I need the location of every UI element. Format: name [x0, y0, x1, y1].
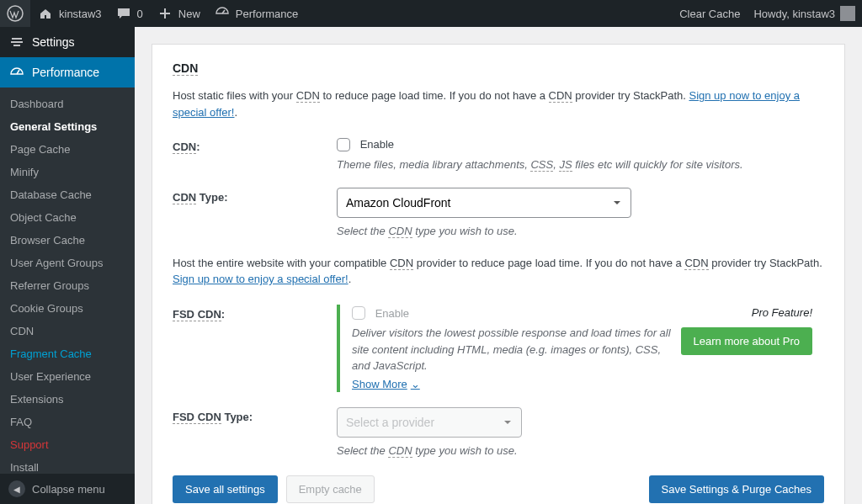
content-area: CDN Host static files with your CDN to r…	[135, 27, 862, 504]
submenu-item[interactable]: Browser Cache	[0, 229, 135, 252]
home-icon	[37, 5, 54, 22]
fsd-desc: Deliver visitors the lowest possible res…	[352, 325, 681, 374]
new-label: New	[178, 8, 200, 20]
fsd-type-label: FSD CDN Type:	[173, 407, 337, 423]
cdn-enable-checkbox[interactable]	[337, 138, 350, 151]
submenu-item[interactable]: Minify	[0, 161, 135, 183]
wp-logo[interactable]	[0, 0, 30, 27]
show-more[interactable]: Show More ⌄	[352, 378, 420, 390]
fsd-intro: Host the entire website with your compat…	[173, 255, 824, 288]
submenu-item[interactable]: User Agent Groups	[0, 252, 135, 274]
cdn-intro: Host static files with your CDN to reduc…	[173, 88, 824, 120]
save-purge-button[interactable]: Save Settings & Purge Caches	[649, 475, 825, 503]
wordpress-icon	[7, 5, 24, 22]
fsd-type-desc: Select the CDN type you wish to use.	[337, 443, 824, 459]
learn-pro-button[interactable]: Learn more about Pro	[681, 327, 812, 355]
submenu-item[interactable]: Support	[0, 433, 135, 456]
site-name[interactable]: kinstaw3	[30, 0, 109, 27]
menu-settings[interactable]: Settings	[0, 27, 135, 57]
collapse-menu[interactable]: ◀ Collapse menu	[0, 474, 135, 504]
save-all-button[interactable]: Save all settings	[173, 475, 278, 503]
fsd-type-select: Select a provider	[337, 407, 522, 438]
settings-icon	[8, 34, 25, 50]
howdy-label: Howdy, kinstaw3	[753, 8, 835, 20]
gauge-icon	[8, 64, 25, 81]
signup-link-2[interactable]: Sign up now to enjoy a special offer!	[173, 273, 349, 285]
menu-performance[interactable]: Performance	[0, 57, 135, 88]
performance-top-label: Performance	[236, 8, 298, 20]
submenu-item[interactable]: CDN	[0, 320, 135, 342]
pro-feature-tag: Pro Feature!	[681, 306, 812, 319]
fsd-enable-text: Enable	[375, 307, 409, 320]
admin-menu: Settings Performance DashboardGeneral Se…	[0, 27, 135, 504]
cdn-enable-field[interactable]: Enable	[337, 137, 394, 150]
comment-count: 0	[137, 8, 143, 20]
submenu-item[interactable]: Page Cache	[0, 138, 135, 161]
svg-rect-3	[13, 45, 20, 46]
submenu-item[interactable]: Database Cache	[0, 183, 135, 206]
new-content[interactable]: New	[150, 0, 207, 27]
cdn-panel: CDN Host static files with your CDN to r…	[152, 44, 845, 504]
menu-settings-label: Settings	[32, 35, 75, 49]
clear-cache-label: Clear Cache	[679, 8, 740, 20]
site-name-label: kinstaw3	[59, 8, 102, 20]
performance-icon	[214, 5, 231, 22]
cdn-type-select[interactable]: Amazon CloudFront	[337, 188, 631, 218]
submenu-item[interactable]: General Settings	[0, 115, 135, 138]
menu-performance-label: Performance	[32, 66, 99, 79]
cdn-type-label: CDN Type:	[173, 188, 337, 204]
collapse-icon: ◀	[8, 480, 25, 497]
submenu-item[interactable]: Extensions	[0, 388, 135, 411]
admin-bar: kinstaw3 0 New Performance Clear Cache H…	[0, 0, 862, 27]
avatar	[840, 6, 855, 21]
cdn-heading: CDN	[173, 61, 198, 76]
submenu-item[interactable]: User Experience	[0, 365, 135, 388]
my-account[interactable]: Howdy, kinstaw3	[747, 0, 862, 27]
fsd-enable-field: Enable	[352, 306, 409, 319]
svg-rect-2	[12, 38, 22, 40]
pro-block: Enable Deliver visitors the lowest possi…	[337, 305, 824, 392]
cdn-enable-desc: Theme files, media library attachments, …	[337, 157, 824, 173]
enable-text: Enable	[360, 138, 394, 151]
cdn-type-desc: Select the CDN type you wish to use.	[337, 223, 824, 240]
svg-point-0	[8, 6, 23, 21]
submenu-item[interactable]: Fragment Cache	[0, 342, 135, 365]
panel-actions: Save all settings Empty cache Save Setti…	[173, 475, 824, 503]
submenu-item[interactable]: Cookie Groups	[0, 297, 135, 320]
collapse-label: Collapse menu	[32, 483, 105, 496]
comments[interactable]: 0	[109, 0, 150, 27]
submenu: DashboardGeneral SettingsPage CacheMinif…	[0, 88, 135, 504]
submenu-item[interactable]: Dashboard	[0, 93, 135, 115]
submenu-item[interactable]: FAQ	[0, 411, 135, 433]
chevron-down-icon: ⌄	[411, 378, 420, 390]
submenu-item[interactable]: Referrer Groups	[0, 274, 135, 297]
performance-top[interactable]: Performance	[207, 0, 305, 27]
cdn-enable-label: CDN:	[173, 137, 337, 153]
fsd-enable-checkbox	[352, 306, 365, 320]
plus-icon	[157, 5, 173, 22]
clear-cache-top[interactable]: Clear Cache	[673, 0, 747, 27]
fsd-cdn-label: FSD CDN:	[173, 305, 337, 321]
svg-rect-4	[11, 41, 23, 43]
submenu-item[interactable]: Object Cache	[0, 206, 135, 229]
empty-cache-button: Empty cache	[286, 475, 375, 503]
comment-icon	[115, 5, 132, 22]
